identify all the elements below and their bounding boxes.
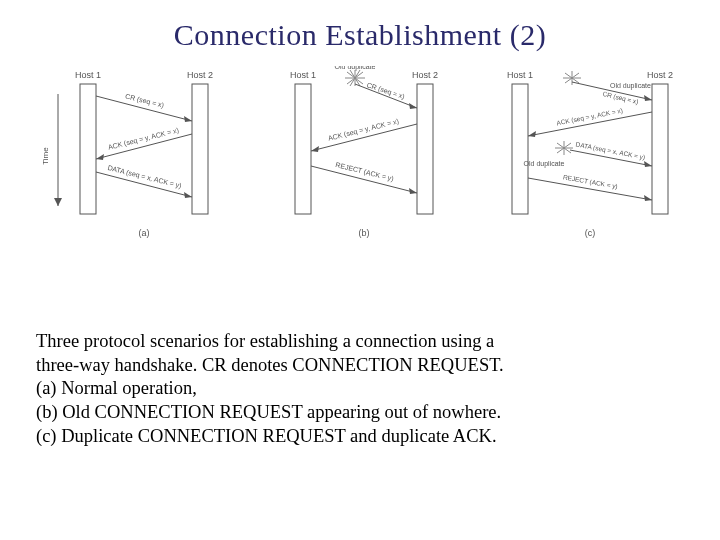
old-duplicate-label: Old duplicate: [610, 82, 651, 90]
host2-lifeline: [652, 84, 668, 214]
msg-c4-label: REJECT (ACK = y): [562, 173, 618, 190]
host2-lifeline: [417, 84, 433, 214]
panel-b-label: (b): [359, 228, 370, 238]
host1-lifeline: [295, 84, 311, 214]
msg-a2-label: ACK (seq = y, ACK = x): [107, 126, 179, 151]
panel-a: Host 1 Host 2 Time CR (seq = x) ACK (seq…: [30, 66, 240, 246]
msg-a2-head: [96, 154, 104, 160]
old-duplicate-label: Old duplicate: [524, 160, 565, 168]
panel-a-label: (a): [139, 228, 150, 238]
panel-a-svg: Host 1 Host 2 Time CR (seq = x) ACK (seq…: [30, 66, 240, 246]
msg-b1-label: CR (seq = x): [366, 81, 406, 101]
caption-line: Three protocol scenarios for establishin…: [36, 330, 684, 354]
msg-c3-label: DATA (seq = x, ACK = y): [575, 140, 646, 161]
msg-b1-head: [409, 103, 417, 109]
slide: Connection Establishment (2) Host 1 Host…: [0, 0, 720, 540]
msg-a3-head: [184, 192, 192, 198]
msg-a3-label: DATA (seq = x, ACK = y): [107, 164, 183, 190]
time-label: Time: [41, 147, 50, 165]
host2-label: Host 2: [647, 70, 673, 80]
msg-b3-head: [409, 188, 417, 194]
caption-line: (a) Normal operation,: [36, 377, 684, 401]
old-duplicate-icon: [345, 70, 365, 86]
panel-c: Host 1 Host 2 Old duplicate CR (seq = x): [480, 66, 690, 246]
msg-a1-head: [184, 116, 192, 122]
caption-line: (c) Duplicate CONNECTION REQUEST and dup…: [36, 425, 684, 449]
panel-c-svg: Host 1 Host 2 Old duplicate CR (seq = x): [480, 66, 690, 246]
msg-c1-head: [644, 95, 652, 101]
msg-b2-head: [311, 146, 319, 152]
old-duplicate-icon: [555, 141, 573, 155]
host1-label: Host 1: [75, 70, 101, 80]
figure-row: Host 1 Host 2 Time CR (seq = x) ACK (seq…: [0, 52, 720, 246]
host2-lifeline: [192, 84, 208, 214]
panel-b: Host 1 Host 2 Old duplicate CR (seq = x): [255, 66, 465, 246]
caption-block: Three protocol scenarios for establishin…: [36, 330, 684, 448]
host1-lifeline: [80, 84, 96, 214]
panel-b-svg: Host 1 Host 2 Old duplicate CR (seq = x): [255, 66, 465, 246]
time-arrowhead: [54, 198, 62, 206]
msg-c4-head: [644, 195, 652, 201]
host1-label: Host 1: [290, 70, 316, 80]
host2-label: Host 2: [187, 70, 213, 80]
panel-c-label: (c): [585, 228, 596, 238]
msg-c2-head: [528, 131, 536, 137]
old-duplicate-icon: [563, 71, 581, 85]
msg-a1-label: CR (seq = x): [124, 92, 164, 109]
msg-b2-label: ACK (seq = y, ACK = x): [327, 117, 399, 142]
slide-title: Connection Establishment (2): [0, 0, 720, 52]
host1-label: Host 1: [507, 70, 533, 80]
msg-c3-head: [644, 161, 652, 167]
caption-line: (b) Old CONNECTION REQUEST appearing out…: [36, 401, 684, 425]
host1-lifeline: [512, 84, 528, 214]
caption-line: three-way handshake. CR denotes CONNECTI…: [36, 354, 684, 378]
host2-label: Host 2: [412, 70, 438, 80]
